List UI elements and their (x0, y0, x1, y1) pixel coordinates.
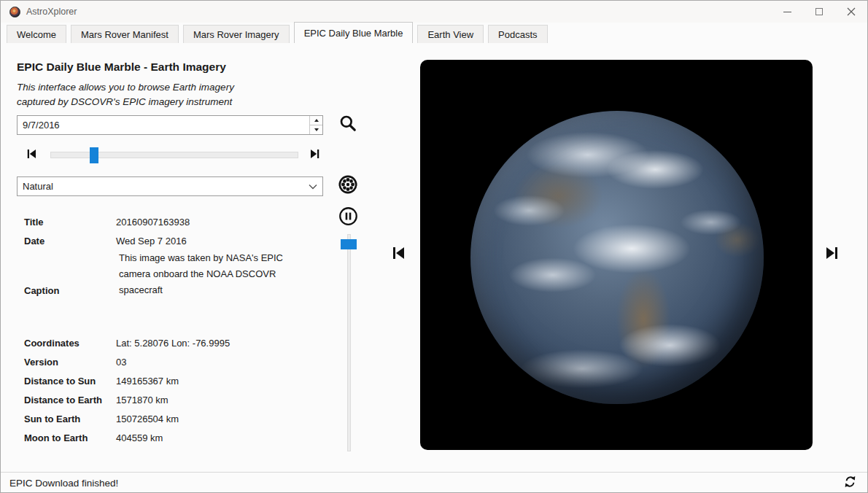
arrow-up-icon (314, 119, 319, 122)
detail-label: Coordinates (24, 338, 116, 349)
skip-to-start-icon (25, 147, 38, 163)
detail-label: Caption (24, 285, 116, 298)
title-bar: AstroXplorer (1, 1, 867, 23)
detail-row-date: Date Wed Sep 7 2016 (24, 231, 330, 250)
zoom-slider-track[interactable] (347, 234, 351, 451)
image-details: Title 20160907163938 Date Wed Sep 7 2016… (24, 212, 330, 447)
tab-bar: Welcome Mars Rover Manifest Mars Rover I… (1, 23, 867, 43)
epic-tab-content: EPIC Daily Blue Marble - Earth Imagery T… (1, 43, 867, 472)
close-button[interactable] (835, 1, 867, 23)
chevron-down-icon (303, 184, 322, 190)
maximize-icon (815, 8, 823, 15)
tab-mars-rover-imagery[interactable]: Mars Rover Imagery (183, 25, 290, 43)
detail-row-sun-to-earth: Sun to Earth 150726504 km (24, 409, 330, 428)
detail-row-caption: Caption This image was taken by NASA's E… (24, 250, 330, 298)
tab-epic-daily-blue-marble[interactable]: EPIC Daily Blue Marble (294, 22, 414, 43)
detail-label: Title (24, 217, 116, 228)
detail-label: Sun to Earth (24, 414, 116, 424)
animation-button[interactable] (338, 176, 358, 196)
status-message: EPIC Download finished! (9, 478, 118, 489)
detail-value: 404559 km (116, 432, 163, 443)
film-reel-icon (338, 174, 358, 198)
detail-row-distance-to-earth: Distance to Earth 1571870 km (24, 390, 330, 409)
tab-earth-view[interactable]: Earth View (417, 25, 484, 43)
search-button[interactable] (338, 114, 358, 135)
detail-value: Wed Sep 7 2016 (116, 236, 187, 246)
image-type-select[interactable]: Natural (17, 176, 323, 196)
page-description: This interface allows you to browse Eart… (17, 80, 234, 109)
arrow-down-icon (314, 128, 319, 131)
zoom-slider-handle[interactable] (341, 239, 357, 249)
slider-skip-to-start-button[interactable] (23, 147, 39, 164)
skip-next-icon (824, 244, 841, 265)
detail-row-title: Title 20160907163938 (24, 212, 330, 231)
window-title: AstroXplorer (26, 7, 77, 17)
skip-to-end-icon (309, 147, 322, 163)
slider-skip-to-end-button[interactable] (307, 147, 323, 164)
earth-image-display (420, 60, 813, 450)
detail-label: Distance to Sun (24, 376, 116, 387)
detail-value: 149165367 km (116, 376, 179, 387)
date-input[interactable]: 9/7/2016 (17, 115, 323, 135)
date-spin-up-button[interactable] (310, 116, 322, 125)
description-line-2: captured by DSCOVR's EPIC imagery instru… (17, 95, 234, 109)
detail-value: Lat: 5.28076 Lon: -76.9995 (116, 338, 230, 349)
detail-row-distance-to-sun: Distance to Sun 149165367 km (24, 371, 330, 390)
earth-globe-image (470, 111, 764, 404)
tab-mars-rover-manifest[interactable]: Mars Rover Manifest (71, 25, 179, 43)
refresh-button[interactable] (841, 475, 859, 492)
description-line-1: This interface allows you to browse Eart… (17, 80, 234, 95)
minimize-button[interactable] (771, 1, 803, 23)
image-index-slider-handle[interactable] (90, 147, 98, 163)
detail-value: This image was taken by NASA's EPIC came… (116, 250, 290, 298)
detail-row-coordinates: Coordinates Lat: 5.28076 Lon: -76.9995 (24, 333, 330, 352)
detail-label: Version (24, 357, 116, 368)
detail-row-moon-to-earth: Moon to Earth 404559 km (24, 428, 330, 447)
date-spinner (309, 116, 322, 134)
image-index-slider-track[interactable] (50, 152, 298, 158)
detail-label: Distance to Earth (24, 395, 116, 405)
next-image-button[interactable] (823, 244, 842, 265)
date-spin-down-button[interactable] (310, 125, 322, 134)
status-bar: EPIC Download finished! (1, 472, 867, 493)
search-icon (338, 114, 357, 136)
detail-row-version: Version 03 (24, 352, 330, 371)
previous-image-button[interactable] (389, 244, 408, 265)
tab-podcasts[interactable]: Podcasts (488, 25, 547, 43)
app-window: AstroXplorer Welcome Mars Rover Manifest… (0, 0, 868, 493)
tab-welcome[interactable]: Welcome (7, 25, 66, 43)
skip-previous-icon (390, 244, 407, 265)
detail-value: 03 (116, 357, 126, 368)
detail-value: 1571870 km (116, 395, 168, 405)
pause-button[interactable] (338, 207, 358, 228)
detail-value: 150726504 km (116, 414, 179, 424)
minimize-icon (783, 12, 791, 12)
window-controls (771, 1, 867, 23)
maximize-button[interactable] (803, 1, 835, 23)
detail-label: Date (24, 236, 116, 246)
page-title: EPIC Daily Blue Marble - Earth Imagery (17, 61, 226, 74)
detail-value: 20160907163938 (116, 217, 190, 228)
close-icon (847, 7, 856, 16)
pause-icon (338, 206, 358, 229)
refresh-icon (843, 475, 857, 492)
image-type-selected-value: Natural (18, 181, 303, 192)
date-input-value[interactable]: 9/7/2016 (18, 120, 309, 131)
app-logo-icon (9, 7, 20, 18)
detail-label: Moon to Earth (24, 432, 116, 443)
